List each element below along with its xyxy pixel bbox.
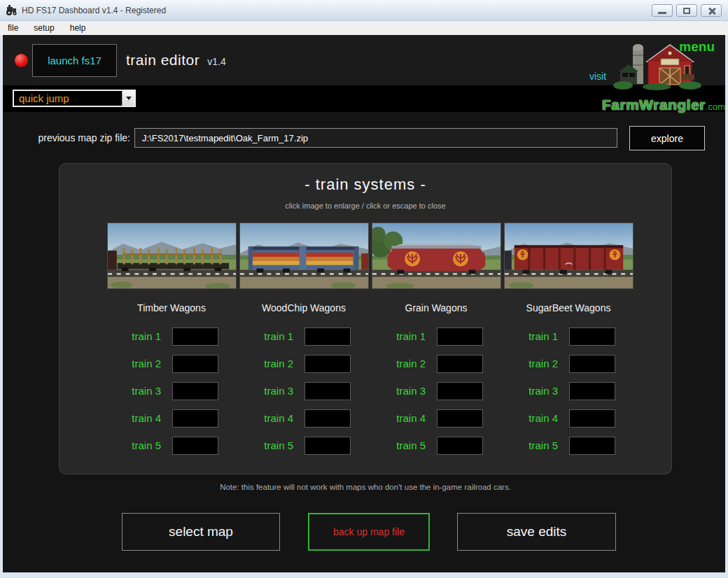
train-input[interactable] [172, 437, 218, 455]
save-edits-button[interactable]: save edits [457, 513, 616, 551]
train-input[interactable] [304, 327, 351, 346]
barn-logo-icon [612, 38, 704, 97]
train-input[interactable] [569, 409, 615, 428]
train-label: train 4 [125, 412, 161, 424]
train-row: train 2 [370, 354, 503, 373]
maximize-icon [683, 8, 690, 14]
train-label: train 5 [257, 439, 293, 451]
train-systems-panel: - train systems - click image to enlarge… [59, 163, 672, 474]
title-bar: HD FS17 Dashboard v1.4 - Registered [0, 0, 728, 21]
column-header: Timber Wagons [105, 302, 238, 316]
page-title: train editor v1.4 [126, 35, 226, 85]
backup-map-file-button[interactable]: back up map file [308, 513, 430, 551]
explore-button[interactable]: explore [629, 126, 705, 150]
column-timber-wagons: Timber Wagons train 1 train 2 train 3 [105, 302, 238, 463]
launch-fs17-button[interactable]: launch fs17 [32, 44, 117, 77]
map-file-input[interactable] [134, 128, 617, 148]
menu-file[interactable]: file [0, 21, 26, 35]
train-label: train 4 [522, 412, 558, 424]
feature-note: Note: this feature will not work with ma… [59, 483, 672, 491]
train-label: train 2 [257, 358, 293, 369]
column-woodchip-wagons: WoodChip Wagons train 1 train 2 train 3 [237, 302, 370, 463]
train-row: train 4 [370, 409, 503, 428]
train-label: train 3 [522, 385, 558, 397]
train-label: train 2 [389, 358, 426, 369]
train-label: train 1 [125, 330, 161, 342]
train-label: train 1 [389, 330, 426, 342]
train-input[interactable] [437, 355, 483, 373]
minimize-button[interactable] [652, 4, 673, 17]
status-indicator [15, 54, 28, 67]
tractor-app-icon [6, 4, 18, 17]
train-label: train 4 [389, 412, 426, 424]
menu-bar: file setup help [0, 21, 728, 35]
train-input[interactable] [304, 409, 351, 428]
column-header: WoodChip Wagons [237, 302, 370, 316]
train-label: train 4 [257, 412, 293, 424]
dropdown-button[interactable] [122, 91, 134, 106]
train-label: train 5 [522, 439, 558, 451]
train-row: train 2 [237, 354, 370, 373]
train-input[interactable] [172, 355, 218, 373]
train-row: train 5 [237, 436, 370, 455]
train-label: train 1 [522, 330, 558, 342]
train-row: train 4 [502, 409, 635, 428]
train-row: train 3 [370, 381, 503, 400]
train-label: train 5 [125, 439, 161, 451]
sugarbeet-wagon-image[interactable] [504, 223, 634, 289]
brand-name: FarmWrangler [602, 97, 706, 113]
train-row: train 1 [105, 327, 238, 346]
window-title: HD FS17 Dashboard v1.4 - Registered [22, 0, 166, 21]
train-row: train 5 [370, 436, 503, 455]
train-label: train 2 [522, 358, 558, 369]
train-input[interactable] [172, 327, 218, 346]
app-window: HD FS17 Dashboard v1.4 - Registered file… [0, 0, 728, 578]
train-row: train 3 [237, 381, 370, 400]
close-button[interactable] [701, 4, 722, 17]
column-header: Grain Wagons [370, 302, 503, 316]
farmwrangler-logo[interactable]: FarmWrangler.com [602, 38, 714, 113]
panel-title: - train systems - [59, 176, 671, 194]
column-grain-wagons: Grain Wagons train 1 train 2 train 3 [370, 302, 503, 463]
map-file-label: previous map zip file: [21, 128, 130, 148]
woodchip-wagon-image[interactable] [239, 223, 369, 289]
train-row: train 4 [237, 409, 370, 428]
train-input[interactable] [437, 327, 483, 346]
train-input[interactable] [437, 437, 483, 455]
minimize-icon [658, 12, 666, 14]
train-input[interactable] [172, 409, 218, 428]
train-input[interactable] [569, 327, 615, 346]
train-row: train 5 [502, 436, 635, 455]
quick-jump-selected: quick jump [14, 91, 122, 106]
brand-tld: .com [706, 101, 725, 112]
train-input[interactable] [437, 409, 483, 428]
train-input[interactable] [569, 382, 615, 400]
train-row: train 1 [502, 327, 635, 346]
train-input[interactable] [304, 355, 351, 373]
train-label: train 3 [389, 385, 426, 397]
menu-help[interactable]: help [62, 21, 94, 35]
train-label: train 5 [389, 439, 426, 451]
train-input[interactable] [437, 382, 483, 400]
menu-setup[interactable]: setup [26, 21, 62, 35]
train-row: train 3 [502, 381, 635, 400]
maximize-button[interactable] [676, 4, 697, 17]
train-row: train 2 [502, 354, 635, 373]
train-input[interactable] [304, 437, 351, 455]
train-input[interactable] [304, 382, 351, 400]
train-input[interactable] [172, 382, 218, 400]
train-row: train 3 [105, 381, 238, 400]
grain-wagon-image[interactable] [372, 223, 501, 289]
train-row: train 4 [105, 409, 238, 428]
train-input[interactable] [569, 437, 615, 455]
train-label: train 3 [125, 385, 161, 397]
train-input[interactable] [569, 355, 615, 373]
train-row: train 1 [237, 327, 370, 346]
wagon-images-row [107, 223, 634, 289]
train-row: train 2 [105, 354, 238, 373]
train-row: train 1 [370, 327, 503, 346]
select-map-button[interactable]: select map [122, 513, 280, 551]
quick-jump-dropdown[interactable]: quick jump [13, 90, 136, 107]
page-title-text: train editor [126, 52, 200, 69]
timber-wagon-image[interactable] [107, 223, 237, 289]
